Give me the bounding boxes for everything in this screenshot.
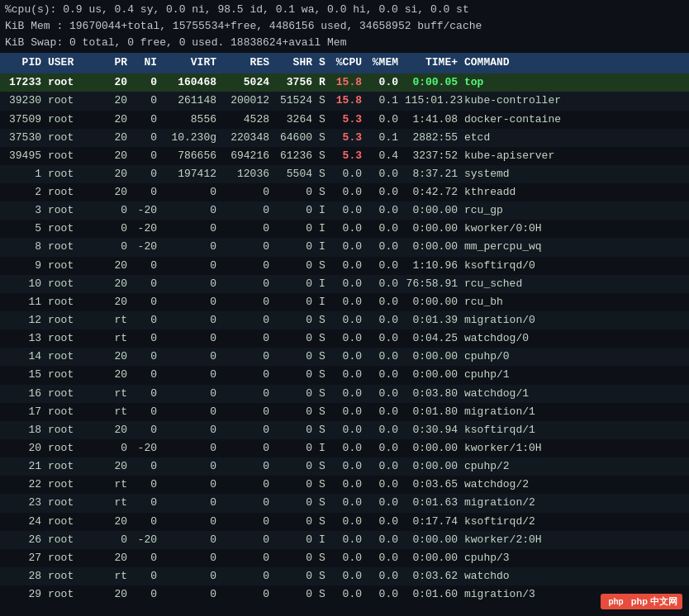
cell-mem: 0.0 [368, 348, 405, 365]
table-row[interactable]: 29 root 20 0 0 0 0 S 0.0 0.0 0:01.60 mig… [0, 585, 689, 604]
table-row[interactable]: 9 root 20 0 0 0 0 S 0.0 0.0 1:10.96 ksof… [0, 257, 689, 275]
cell-time: 76:58.91 [405, 276, 464, 292]
cell-user: root [48, 294, 104, 310]
cell-ni: 0 [134, 166, 164, 182]
table-row[interactable]: 24 root 20 0 0 0 0 S 0.0 0.0 0:17.74 kso… [0, 513, 689, 531]
cell-user: root [48, 130, 104, 146]
table-row[interactable]: 20 root 0 -20 0 0 0 I 0.0 0.0 0:00.00 kw… [0, 439, 689, 457]
table-row[interactable]: 37509 root 20 0 8556 4528 3264 S 5.3 0.0… [0, 111, 689, 129]
table-row[interactable]: 17233 root 20 0 160468 5024 3756 R 15.8 … [0, 73, 689, 92]
cell-time: 0:00.00 [405, 440, 464, 457]
cell-virt: 0 [164, 495, 223, 511]
table-row[interactable]: 26 root 0 -20 0 0 0 I 0.0 0.0 0:00.00 kw… [0, 531, 689, 549]
table-row[interactable]: 23 root rt 0 0 0 0 S 0.0 0.0 0:01.63 mig… [0, 494, 689, 512]
table-row[interactable]: 5 root 0 -20 0 0 0 I 0.0 0.0 0:00.00 kwo… [0, 220, 689, 238]
cell-shr: 0 [276, 550, 319, 566]
cell-cpu: 5.3 [332, 111, 368, 128]
cell-pid: 37509 [5, 111, 48, 128]
table-row[interactable]: 12 root rt 0 0 0 0 S 0.0 0.0 0:01.39 mig… [0, 311, 689, 329]
cell-ni: 0 [134, 148, 164, 164]
table-row[interactable]: 10 root 20 0 0 0 0 I 0.0 0.0 76:58.91 rc… [0, 275, 689, 293]
cell-res: 0 [223, 330, 276, 347]
col-time: TIME+ [405, 54, 464, 72]
cell-virt: 0 [164, 239, 223, 255]
cell-shr: 0 [276, 476, 319, 493]
cell-pid: 23 [5, 495, 48, 511]
cell-pid: 20 [5, 440, 48, 457]
cell-time: 0:30.94 [405, 422, 464, 438]
cell-res: 0 [223, 367, 276, 383]
cell-mem: 0.0 [368, 330, 405, 347]
table-row[interactable]: 22 root rt 0 0 0 0 S 0.0 0.0 0:03.65 wat… [0, 476, 689, 494]
cell-virt: 160468 [164, 74, 223, 91]
table-row[interactable]: 8 root 0 -20 0 0 0 I 0.0 0.0 0:00.00 mm_… [0, 238, 689, 256]
cell-mem: 0.0 [368, 111, 405, 128]
cell-time: 0:03.62 [405, 568, 464, 585]
table-row[interactable]: 17 root rt 0 0 0 0 S 0.0 0.0 0:01.80 mig… [0, 403, 689, 421]
col-virt: VIRT [164, 54, 223, 72]
cell-pr: 20 [104, 422, 134, 438]
cell-shr: 0 [276, 330, 319, 347]
cell-cpu: 0.0 [332, 532, 368, 548]
table-row[interactable]: 39230 root 20 0 261148 200012 51524 S 15… [0, 92, 689, 110]
cell-user: root [48, 166, 104, 182]
table-row[interactable]: 1 root 20 0 197412 12036 5504 S 0.0 0.0 … [0, 165, 689, 183]
cell-cmd: kube-apiserver [464, 148, 684, 164]
cell-ni: 0 [134, 294, 164, 310]
cell-virt: 0 [164, 586, 223, 603]
table-row[interactable]: 11 root 20 0 0 0 0 I 0.0 0.0 0:00.00 rcu… [0, 293, 689, 311]
cell-pr: 20 [104, 184, 134, 201]
cell-shr: 0 [276, 367, 319, 383]
col-pid: PID [5, 54, 48, 72]
cell-s: I [319, 294, 332, 310]
cell-shr: 3264 [276, 111, 319, 128]
table-row[interactable]: 3 root 0 -20 0 0 0 I 0.0 0.0 0:00.00 rcu… [0, 201, 689, 220]
table-row[interactable]: 14 root 20 0 0 0 0 S 0.0 0.0 0:00.00 cpu… [0, 348, 689, 366]
cell-cmd: docker-containe [464, 111, 684, 128]
cell-s: S [319, 514, 332, 530]
table-row[interactable]: 21 root 20 0 0 0 0 S 0.0 0.0 0:00.00 cpu… [0, 457, 689, 476]
table-row[interactable]: 13 root rt 0 0 0 0 S 0.0 0.0 0:04.25 wat… [0, 329, 689, 348]
cell-res: 0 [223, 220, 276, 237]
cell-ni: 0 [134, 586, 164, 603]
cell-ni: 0 [134, 568, 164, 585]
cell-pr: 20 [104, 276, 134, 292]
cell-user: root [48, 532, 104, 548]
table-row[interactable]: 2 root 20 0 0 0 0 S 0.0 0.0 0:42.72 kthr… [0, 183, 689, 201]
cell-pid: 39230 [5, 92, 48, 109]
cell-time: 0:00.00 [405, 550, 464, 566]
cell-time: 0:01.80 [405, 404, 464, 420]
cell-mem: 0.0 [368, 550, 405, 566]
cell-s: S [319, 404, 332, 420]
cell-virt: 0 [164, 220, 223, 237]
cell-cmd: cpuhp/0 [464, 348, 684, 365]
cell-virt: 197412 [164, 166, 223, 182]
table-row[interactable]: 28 root rt 0 0 0 0 S 0.0 0.0 0:03.62 wat… [0, 567, 689, 585]
table-row[interactable]: 16 root rt 0 0 0 0 S 0.0 0.0 0:03.80 wat… [0, 385, 689, 403]
cell-cmd: rcu_bh [464, 294, 684, 310]
table-row[interactable]: 37530 root 20 0 10.230g 220348 64600 S 5… [0, 129, 689, 147]
cell-time: 1:41.08 [405, 111, 464, 128]
cell-ni: -20 [134, 202, 164, 219]
cell-mem: 0.0 [368, 586, 405, 603]
table-row[interactable]: 39495 root 20 0 786656 694216 61236 S 5.… [0, 147, 689, 165]
table-row[interactable]: 15 root 20 0 0 0 0 S 0.0 0.0 0:00.00 cpu… [0, 366, 689, 384]
table-row[interactable]: 27 root 20 0 0 0 0 S 0.0 0.0 0:00.00 cpu… [0, 549, 689, 567]
cell-virt: 0 [164, 476, 223, 493]
cell-shr: 0 [276, 386, 319, 402]
cell-cpu: 0.0 [332, 568, 368, 585]
table-row[interactable]: 18 root 20 0 0 0 0 S 0.0 0.0 0:30.94 kso… [0, 421, 689, 439]
cell-pid: 39495 [5, 148, 48, 164]
cell-mem: 0.0 [368, 202, 405, 219]
cell-mem: 0.0 [368, 239, 405, 255]
cell-time: 0:00.00 [405, 239, 464, 255]
cell-user: root [48, 220, 104, 237]
cell-user: root [48, 476, 104, 493]
cell-ni: 0 [134, 386, 164, 402]
cell-cpu: 0.0 [332, 386, 368, 402]
cell-shr: 0 [276, 184, 319, 201]
cell-pr: 20 [104, 514, 134, 530]
cell-pid: 9 [5, 258, 48, 274]
cell-cmd: kube-controller [464, 92, 684, 109]
cell-res: 220348 [223, 130, 276, 146]
